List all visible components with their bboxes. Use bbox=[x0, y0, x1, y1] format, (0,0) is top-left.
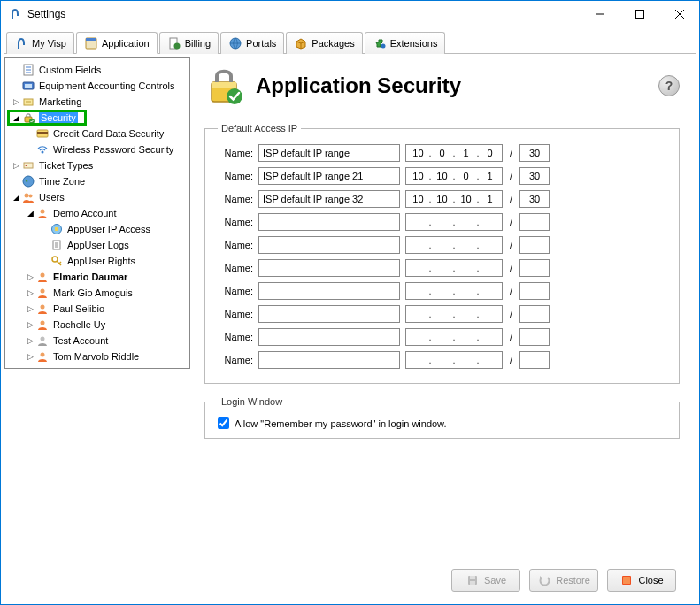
ip-octet-input[interactable] bbox=[458, 263, 475, 273]
ip-octet-input[interactable] bbox=[481, 286, 499, 296]
mask-input[interactable] bbox=[519, 213, 550, 231]
checkbox-label[interactable]: Allow "Remember my password" in login wi… bbox=[235, 418, 447, 429]
ip-octet-input[interactable] bbox=[481, 309, 499, 319]
ip-octet-input[interactable] bbox=[458, 240, 475, 250]
expand-arrow-icon[interactable]: ▷ bbox=[25, 336, 35, 345]
ip-octet-input[interactable] bbox=[481, 355, 499, 365]
tree-item-marketing[interactable]: ▷ Marketing bbox=[5, 94, 189, 110]
ip-octet-input[interactable] bbox=[409, 194, 427, 204]
name-input[interactable] bbox=[258, 305, 400, 323]
ip-octet-input[interactable] bbox=[433, 194, 450, 204]
ip-octet-input[interactable] bbox=[433, 148, 450, 158]
mask-input[interactable] bbox=[519, 236, 550, 254]
tree-item-security[interactable]: ◢ Security bbox=[5, 110, 189, 126]
ip-octet-input[interactable] bbox=[458, 217, 475, 227]
ip-address-input[interactable]: ... bbox=[405, 144, 503, 162]
ip-octet-input[interactable] bbox=[433, 171, 450, 181]
tab-packages[interactable]: Packages bbox=[286, 32, 362, 54]
close-window-button[interactable] bbox=[659, 1, 699, 27]
ip-octet-input[interactable] bbox=[409, 286, 427, 296]
mask-input[interactable] bbox=[519, 328, 550, 346]
ip-octet-input[interactable] bbox=[481, 263, 499, 273]
ip-octet-input[interactable] bbox=[433, 217, 450, 227]
name-input[interactable] bbox=[258, 213, 400, 231]
ip-octet-input[interactable] bbox=[458, 148, 475, 158]
tab-application[interactable]: Application bbox=[76, 32, 158, 54]
tree-item-appuser-rights[interactable]: AppUser Rights bbox=[5, 253, 189, 269]
tab-portals[interactable]: Portals bbox=[220, 32, 284, 54]
ip-octet-input[interactable] bbox=[481, 194, 499, 204]
minimize-button[interactable] bbox=[580, 1, 619, 27]
navigation-tree[interactable]: Custom Fields Equipment Accounting Contr… bbox=[4, 57, 190, 369]
mask-input[interactable] bbox=[519, 190, 550, 208]
tree-item-cc-security[interactable]: Credit Card Data Security bbox=[5, 126, 189, 142]
restore-button[interactable]: Restore bbox=[529, 569, 598, 592]
name-input[interactable] bbox=[258, 190, 400, 208]
expand-arrow-icon[interactable]: ▷ bbox=[11, 161, 21, 170]
name-input[interactable] bbox=[258, 167, 400, 185]
ip-address-input[interactable]: ... bbox=[405, 236, 503, 254]
mask-input[interactable] bbox=[519, 167, 550, 185]
tree-item-time-zone[interactable]: Time Zone bbox=[5, 173, 189, 189]
ip-octet-input[interactable] bbox=[409, 171, 427, 181]
ip-octet-input[interactable] bbox=[409, 240, 427, 250]
tree-item-users[interactable]: ◢ Users bbox=[5, 189, 189, 205]
tree-item-user[interactable]: ▷ Tom Marvolo Riddle bbox=[5, 348, 189, 364]
tab-billing[interactable]: Billing bbox=[159, 32, 219, 54]
ip-octet-input[interactable] bbox=[481, 171, 499, 181]
ip-octet-input[interactable] bbox=[409, 332, 427, 342]
mask-input[interactable] bbox=[519, 259, 550, 277]
expand-arrow-icon[interactable]: ▷ bbox=[25, 320, 35, 329]
tree-item-demo-account[interactable]: ◢ Demo Account bbox=[5, 205, 189, 221]
tree-item-user[interactable]: ▷ Elmario Daumar bbox=[5, 269, 189, 285]
ip-octet-input[interactable] bbox=[458, 286, 475, 296]
expand-arrow-icon[interactable]: ▷ bbox=[25, 288, 35, 297]
expand-arrow-icon[interactable]: ▷ bbox=[25, 352, 35, 361]
tree-item-wifi-security[interactable]: Wireless Password Security bbox=[5, 142, 189, 157]
tree-item-user[interactable]: ▷ Mark Gio Amoguis bbox=[5, 285, 189, 301]
ip-octet-input[interactable] bbox=[458, 309, 475, 319]
tree-item-appuser-ip[interactable]: AppUser IP Access bbox=[5, 221, 189, 237]
tab-my-visp[interactable]: My Visp bbox=[6, 32, 74, 54]
mask-input[interactable] bbox=[519, 305, 550, 323]
tree-item-ticket-types[interactable]: ▷ Ticket Types bbox=[5, 157, 189, 173]
ip-address-input[interactable]: ... bbox=[405, 282, 503, 300]
collapse-arrow-icon[interactable]: ◢ bbox=[11, 113, 21, 122]
ip-octet-input[interactable] bbox=[409, 309, 427, 319]
ip-octet-input[interactable] bbox=[409, 355, 427, 365]
expand-arrow-icon[interactable]: ▷ bbox=[25, 272, 35, 281]
tab-extensions[interactable]: Extensions bbox=[365, 32, 446, 54]
ip-octet-input[interactable] bbox=[458, 194, 475, 204]
ip-octet-input[interactable] bbox=[458, 355, 475, 365]
ip-octet-input[interactable] bbox=[433, 332, 450, 342]
collapse-arrow-icon[interactable]: ◢ bbox=[25, 209, 35, 218]
ip-octet-input[interactable] bbox=[481, 148, 499, 158]
tree-item-user[interactable]: ▷ Rachelle Uy bbox=[5, 317, 189, 333]
ip-octet-input[interactable] bbox=[458, 332, 475, 342]
mask-input[interactable] bbox=[519, 351, 550, 369]
name-input[interactable] bbox=[258, 351, 400, 369]
ip-address-input[interactable]: ... bbox=[405, 259, 503, 277]
help-button[interactable]: ? bbox=[658, 75, 680, 96]
ip-address-input[interactable]: ... bbox=[405, 328, 503, 346]
tree-item-user[interactable]: ▷ Test Account bbox=[5, 333, 189, 348]
name-input[interactable] bbox=[258, 144, 400, 162]
expand-arrow-icon[interactable]: ▷ bbox=[11, 97, 21, 106]
expand-arrow-icon[interactable]: ▷ bbox=[25, 304, 35, 313]
ip-address-input[interactable]: ... bbox=[405, 351, 503, 369]
ip-octet-input[interactable] bbox=[433, 263, 450, 273]
ip-address-input[interactable]: ... bbox=[405, 305, 503, 323]
tree-item-custom-fields[interactable]: Custom Fields bbox=[5, 62, 189, 78]
name-input[interactable] bbox=[258, 236, 400, 254]
ip-octet-input[interactable] bbox=[481, 217, 499, 227]
ip-octet-input[interactable] bbox=[433, 286, 450, 296]
name-input[interactable] bbox=[258, 282, 400, 300]
ip-octet-input[interactable] bbox=[481, 240, 499, 250]
ip-octet-input[interactable] bbox=[409, 217, 427, 227]
ip-octet-input[interactable] bbox=[409, 263, 427, 273]
ip-octet-input[interactable] bbox=[433, 240, 450, 250]
collapse-arrow-icon[interactable]: ◢ bbox=[11, 193, 21, 202]
mask-input[interactable] bbox=[519, 282, 550, 300]
ip-octet-input[interactable] bbox=[481, 332, 499, 342]
ip-octet-input[interactable] bbox=[409, 148, 427, 158]
